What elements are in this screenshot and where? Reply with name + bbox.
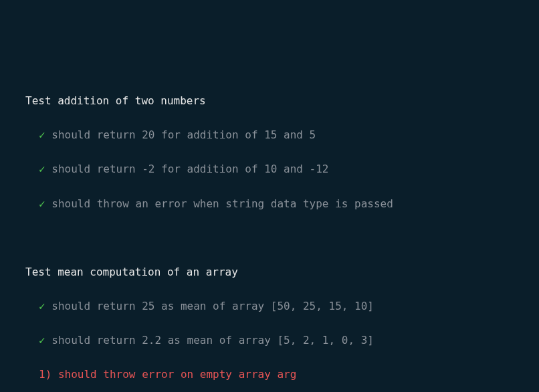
test-text: should return 2.2 as mean of array [5, 2… (51, 334, 374, 347)
test-pass: ✓ should throw an error when string data… (12, 195, 527, 213)
test-text: should return 25 as mean of array [50, 2… (51, 300, 374, 312)
check-icon: ✓ (39, 197, 45, 210)
terminal-output: Test addition of two numbers ✓ should re… (12, 75, 527, 392)
test-fail: 1) should throw error on empty array arg (12, 366, 527, 383)
check-icon: ✓ (39, 128, 45, 141)
test-pass: ✓ should return -2 for addition of 10 an… (12, 161, 527, 178)
suite-title: Test addition of two numbers (25, 94, 206, 107)
test-text: should throw error on empty array arg (58, 368, 296, 381)
check-icon: ✓ (39, 334, 45, 347)
test-pass: ✓ should return 25 as mean of array [50,… (12, 298, 527, 315)
fail-marker: 1) (39, 368, 51, 381)
test-text: should return 20 for addition of 15 and … (51, 128, 316, 141)
check-icon: ✓ (39, 163, 45, 175)
check-icon: ✓ (39, 300, 45, 312)
suite-title: Test mean computation of an array (25, 266, 238, 278)
test-pass: ✓ should return 20 for addition of 15 an… (12, 126, 527, 144)
test-pass: ✓ should return 2.2 as mean of array [5,… (12, 332, 527, 349)
test-text: should throw an error when string data t… (51, 197, 393, 210)
test-text: should return -2 for addition of 10 and … (51, 163, 328, 175)
